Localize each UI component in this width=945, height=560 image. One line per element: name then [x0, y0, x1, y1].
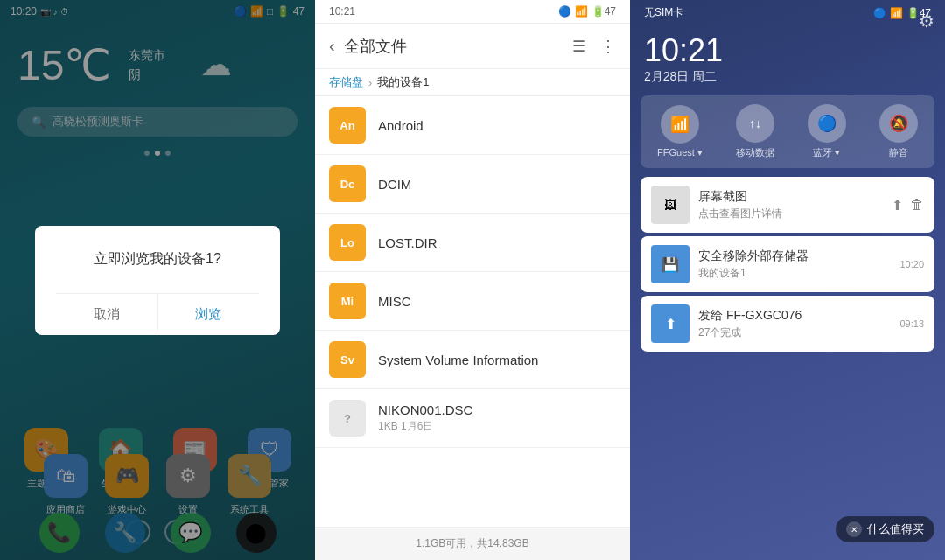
watermark-text: 什么值得买 — [867, 522, 924, 537]
qs-data-icon: ↑↓ — [736, 104, 774, 143]
qs-wifi[interactable]: 📶 FFGuest ▾ — [657, 105, 703, 158]
breadcrumb-current: 我的设备1 — [377, 74, 429, 90]
watermark-close[interactable]: ✕ — [846, 522, 862, 537]
notif-wifi-icon: 📶 — [890, 7, 903, 19]
screenshot-icon: 🖼 — [651, 186, 690, 224]
folder-icon-misc: Mi — [329, 283, 366, 319]
file-item-dcim[interactable]: Dc DCIM — [315, 155, 630, 214]
notif-bt-icon: 🔵 — [873, 7, 886, 19]
fm-title: 全部文件 — [344, 36, 407, 57]
fm-storage-info: 1.1GB可用，共14.83GB — [416, 537, 528, 550]
folder-icon-lostdir: Lo — [329, 224, 366, 261]
folder-name-android: Android — [378, 118, 424, 133]
qs-bluetooth[interactable]: 🔵 蓝牙 ▾ — [808, 104, 846, 159]
send-icon: ⬆ — [651, 304, 690, 343]
notif-screenshot-content: 屏幕截图 点击查看图片详情 — [698, 189, 883, 221]
file-item-lostdir[interactable]: Lo LOST.DIR — [315, 214, 630, 272]
notif-send-content: 发给 FF-GXGC076 27个完成 — [698, 308, 891, 340]
folder-name-dcim: DCIM — [378, 177, 411, 192]
files-status-bar: 10:21 🔵 📶 🔋47 — [315, 0, 630, 24]
files-bt-icon: 🔵 — [558, 5, 571, 18]
notif-storage-title: 安全移除外部存储器 — [698, 248, 891, 264]
notif-screenshot-actions: ⬆ 🗑 — [892, 197, 924, 214]
folder-name-misc: MISC — [378, 294, 411, 309]
qs-wifi-label: FFGuest ▾ — [657, 147, 703, 158]
gear-icon[interactable]: ⚙ — [919, 10, 934, 32]
fm-footer: 1.1GB可用，共14.83GB — [315, 527, 630, 560]
dialog-overlay: 立即浏览我的设备1? 取消 浏览 — [0, 0, 315, 560]
file-icon-nikon: ? — [329, 400, 366, 437]
dialog-confirm-button[interactable]: 浏览 — [158, 294, 260, 335]
files-wifi-icon: 📶 — [575, 5, 588, 18]
notif-status-bar: 无SIM卡 🔵 📶 🔋47 — [630, 0, 945, 25]
notif-screenshot[interactable]: 🖼 屏幕截图 点击查看图片详情 ⬆ 🗑 — [640, 177, 934, 233]
file-manager-panel: 10:21 🔵 📶 🔋47 ‹ 全部文件 ☰ ⋮ 存储盘 › 我的设备1 An … — [315, 0, 630, 560]
dialog-cancel-button[interactable]: 取消 — [56, 294, 158, 335]
file-item-misc[interactable]: Mi MISC — [315, 272, 630, 331]
breadcrumb-sep: › — [368, 76, 372, 89]
dialog-buttons: 取消 浏览 — [56, 293, 259, 335]
notif-storage-time: 10:20 — [900, 259, 924, 270]
notif-send-time: 09:13 — [900, 318, 924, 329]
qs-data-label: 移动数据 — [736, 146, 774, 159]
notif-date: 2月28日 周二 — [630, 69, 945, 95]
qs-row: 📶 FFGuest ▾ ↑↓ 移动数据 🔵 蓝牙 ▾ 🔕 静音 — [640, 104, 934, 159]
qs-silent-label: 静音 — [889, 146, 908, 159]
notification-panel: 无SIM卡 🔵 📶 🔋47 10:21 2月28日 周二 ⚙ 📶 FFGuest… — [630, 0, 945, 560]
qs-data[interactable]: ↑↓ 移动数据 — [736, 104, 774, 159]
folder-icon-dcim: Dc — [329, 165, 366, 202]
watermark: ✕ 什么值得买 — [836, 516, 934, 542]
notif-send-sub: 27个完成 — [698, 326, 891, 340]
qs-silent-icon: 🔕 — [879, 104, 918, 143]
storage-icon: 💾 — [651, 245, 690, 284]
dialog-title: 立即浏览我的设备1? — [56, 250, 259, 269]
sort-icon[interactable]: ☰ — [572, 37, 586, 56]
qs-silent[interactable]: 🔕 静音 — [879, 104, 918, 159]
delete-icon[interactable]: 🗑 — [910, 197, 924, 214]
file-info-nikon: NIKON001.DSC 1KB 1月6日 — [378, 402, 472, 434]
folder-icon-android: An — [329, 107, 366, 144]
file-item-nikon[interactable]: ? NIKON001.DSC 1KB 1月6日 — [315, 389, 630, 448]
fm-breadcrumb: 存储盘 › 我的设备1 — [315, 69, 630, 96]
notif-sim-status: 无SIM卡 — [644, 5, 683, 20]
dialog-box: 立即浏览我的设备1? 取消 浏览 — [35, 226, 280, 335]
qs-bt-icon: 🔵 — [808, 104, 846, 143]
back-icon[interactable]: ‹ — [329, 36, 335, 56]
file-item-android[interactable]: An Android — [315, 96, 630, 155]
quick-settings: 📶 FFGuest ▾ ↑↓ 移动数据 🔵 蓝牙 ▾ 🔕 静音 — [640, 95, 934, 168]
notif-storage-sub: 我的设备1 — [698, 266, 891, 281]
fm-header-icons: ☰ ⋮ — [572, 37, 616, 56]
files-time: 10:21 — [329, 5, 355, 18]
notif-screenshot-title: 屏幕截图 — [698, 189, 883, 205]
breadcrumb-root[interactable]: 存储盘 — [329, 74, 363, 90]
folder-icon-sysvolinfo: Sv — [329, 341, 366, 378]
more-icon[interactable]: ⋮ — [600, 37, 616, 56]
notif-screenshot-sub: 点击查看图片详情 — [698, 206, 883, 221]
files-status-right: 🔵 📶 🔋47 — [558, 5, 616, 18]
qs-bt-label: 蓝牙 ▾ — [813, 146, 840, 159]
folder-name-sysvolinfo: System Volume Information — [378, 353, 538, 368]
home-screen-panel: 10:20 📷 ♪ ⏱ 🔵 📶 □ 🔋 47 15℃ 东莞市 阴 ☁ 🔍 高晓松… — [0, 0, 315, 560]
notif-storage[interactable]: 💾 安全移除外部存储器 我的设备1 10:20 — [640, 236, 934, 292]
fm-header-left: ‹ 全部文件 — [329, 36, 407, 57]
qs-wifi-icon: 📶 — [661, 105, 699, 144]
folder-name-lostdir: LOST.DIR — [378, 235, 438, 250]
files-battery-icon: 🔋47 — [592, 5, 616, 18]
fm-file-list: An Android Dc DCIM Lo LOST.DIR Mi MISC S… — [315, 96, 630, 527]
notif-storage-content: 安全移除外部存储器 我的设备1 — [698, 248, 891, 281]
fm-header: ‹ 全部文件 ☰ ⋮ — [315, 24, 630, 69]
share-icon[interactable]: ⬆ — [892, 197, 903, 214]
file-item-sysvolinfo[interactable]: Sv System Volume Information — [315, 331, 630, 389]
notif-send-title: 发给 FF-GXGC076 — [698, 308, 891, 324]
notif-send[interactable]: ⬆ 发给 FF-GXGC076 27个完成 09:13 — [640, 296, 934, 352]
notif-time: 10:21 — [630, 25, 945, 69]
